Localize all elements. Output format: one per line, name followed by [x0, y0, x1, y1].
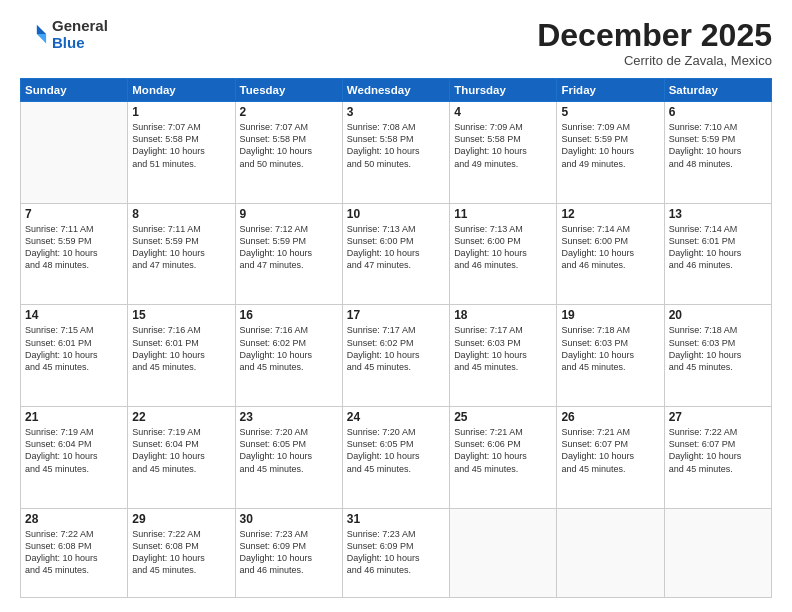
- table-row: [557, 508, 664, 597]
- day-number: 3: [347, 105, 445, 119]
- table-row: 12Sunrise: 7:14 AM Sunset: 6:00 PM Dayli…: [557, 203, 664, 305]
- cell-info: Sunrise: 7:13 AM Sunset: 6:00 PM Dayligh…: [347, 223, 445, 272]
- day-number: 22: [132, 410, 230, 424]
- day-number: 2: [240, 105, 338, 119]
- calendar-week-row: 28Sunrise: 7:22 AM Sunset: 6:08 PM Dayli…: [21, 508, 772, 597]
- cell-info: Sunrise: 7:18 AM Sunset: 6:03 PM Dayligh…: [669, 324, 767, 373]
- svg-marker-0: [37, 24, 46, 33]
- table-row: 18Sunrise: 7:17 AM Sunset: 6:03 PM Dayli…: [450, 305, 557, 407]
- day-number: 25: [454, 410, 552, 424]
- day-number: 17: [347, 308, 445, 322]
- table-row: 29Sunrise: 7:22 AM Sunset: 6:08 PM Dayli…: [128, 508, 235, 597]
- table-row: 26Sunrise: 7:21 AM Sunset: 6:07 PM Dayli…: [557, 407, 664, 509]
- table-row: 31Sunrise: 7:23 AM Sunset: 6:09 PM Dayli…: [342, 508, 449, 597]
- table-row: 30Sunrise: 7:23 AM Sunset: 6:09 PM Dayli…: [235, 508, 342, 597]
- table-row: 13Sunrise: 7:14 AM Sunset: 6:01 PM Dayli…: [664, 203, 771, 305]
- table-row: 4Sunrise: 7:09 AM Sunset: 5:58 PM Daylig…: [450, 102, 557, 204]
- calendar-week-row: 1Sunrise: 7:07 AM Sunset: 5:58 PM Daylig…: [21, 102, 772, 204]
- cell-info: Sunrise: 7:17 AM Sunset: 6:02 PM Dayligh…: [347, 324, 445, 373]
- cell-info: Sunrise: 7:11 AM Sunset: 5:59 PM Dayligh…: [132, 223, 230, 272]
- day-number: 23: [240, 410, 338, 424]
- table-row: [21, 102, 128, 204]
- cell-info: Sunrise: 7:22 AM Sunset: 6:07 PM Dayligh…: [669, 426, 767, 475]
- table-row: 22Sunrise: 7:19 AM Sunset: 6:04 PM Dayli…: [128, 407, 235, 509]
- cell-info: Sunrise: 7:23 AM Sunset: 6:09 PM Dayligh…: [240, 528, 338, 577]
- cell-info: Sunrise: 7:16 AM Sunset: 6:02 PM Dayligh…: [240, 324, 338, 373]
- weekday-header-row: Sunday Monday Tuesday Wednesday Thursday…: [21, 79, 772, 102]
- header-sunday: Sunday: [21, 79, 128, 102]
- day-number: 6: [669, 105, 767, 119]
- cell-info: Sunrise: 7:09 AM Sunset: 5:58 PM Dayligh…: [454, 121, 552, 170]
- day-number: 27: [669, 410, 767, 424]
- table-row: [664, 508, 771, 597]
- logo-icon: [20, 21, 48, 49]
- cell-info: Sunrise: 7:22 AM Sunset: 6:08 PM Dayligh…: [132, 528, 230, 577]
- table-row: [450, 508, 557, 597]
- day-number: 14: [25, 308, 123, 322]
- day-number: 7: [25, 207, 123, 221]
- header-monday: Monday: [128, 79, 235, 102]
- day-number: 30: [240, 512, 338, 526]
- day-number: 29: [132, 512, 230, 526]
- logo-general-text: General: [52, 18, 108, 35]
- table-row: 15Sunrise: 7:16 AM Sunset: 6:01 PM Dayli…: [128, 305, 235, 407]
- day-number: 20: [669, 308, 767, 322]
- table-row: 24Sunrise: 7:20 AM Sunset: 6:05 PM Dayli…: [342, 407, 449, 509]
- day-number: 13: [669, 207, 767, 221]
- month-title: December 2025: [537, 18, 772, 53]
- cell-info: Sunrise: 7:14 AM Sunset: 6:00 PM Dayligh…: [561, 223, 659, 272]
- cell-info: Sunrise: 7:18 AM Sunset: 6:03 PM Dayligh…: [561, 324, 659, 373]
- calendar: Sunday Monday Tuesday Wednesday Thursday…: [20, 78, 772, 598]
- day-number: 26: [561, 410, 659, 424]
- cell-info: Sunrise: 7:21 AM Sunset: 6:07 PM Dayligh…: [561, 426, 659, 475]
- table-row: 23Sunrise: 7:20 AM Sunset: 6:05 PM Dayli…: [235, 407, 342, 509]
- cell-info: Sunrise: 7:11 AM Sunset: 5:59 PM Dayligh…: [25, 223, 123, 272]
- day-number: 4: [454, 105, 552, 119]
- cell-info: Sunrise: 7:20 AM Sunset: 6:05 PM Dayligh…: [240, 426, 338, 475]
- table-row: 5Sunrise: 7:09 AM Sunset: 5:59 PM Daylig…: [557, 102, 664, 204]
- day-number: 8: [132, 207, 230, 221]
- logo: General Blue: [20, 18, 108, 51]
- table-row: 10Sunrise: 7:13 AM Sunset: 6:00 PM Dayli…: [342, 203, 449, 305]
- header-thursday: Thursday: [450, 79, 557, 102]
- calendar-week-row: 14Sunrise: 7:15 AM Sunset: 6:01 PM Dayli…: [21, 305, 772, 407]
- svg-marker-1: [37, 34, 46, 43]
- cell-info: Sunrise: 7:08 AM Sunset: 5:58 PM Dayligh…: [347, 121, 445, 170]
- cell-info: Sunrise: 7:12 AM Sunset: 5:59 PM Dayligh…: [240, 223, 338, 272]
- table-row: 7Sunrise: 7:11 AM Sunset: 5:59 PM Daylig…: [21, 203, 128, 305]
- table-row: 17Sunrise: 7:17 AM Sunset: 6:02 PM Dayli…: [342, 305, 449, 407]
- cell-info: Sunrise: 7:19 AM Sunset: 6:04 PM Dayligh…: [25, 426, 123, 475]
- header-tuesday: Tuesday: [235, 79, 342, 102]
- table-row: 9Sunrise: 7:12 AM Sunset: 5:59 PM Daylig…: [235, 203, 342, 305]
- table-row: 28Sunrise: 7:22 AM Sunset: 6:08 PM Dayli…: [21, 508, 128, 597]
- calendar-week-row: 7Sunrise: 7:11 AM Sunset: 5:59 PM Daylig…: [21, 203, 772, 305]
- day-number: 15: [132, 308, 230, 322]
- cell-info: Sunrise: 7:07 AM Sunset: 5:58 PM Dayligh…: [132, 121, 230, 170]
- cell-info: Sunrise: 7:19 AM Sunset: 6:04 PM Dayligh…: [132, 426, 230, 475]
- header-friday: Friday: [557, 79, 664, 102]
- header-wednesday: Wednesday: [342, 79, 449, 102]
- logo-blue-text: Blue: [52, 35, 108, 52]
- header-saturday: Saturday: [664, 79, 771, 102]
- table-row: 8Sunrise: 7:11 AM Sunset: 5:59 PM Daylig…: [128, 203, 235, 305]
- header: General Blue December 2025 Cerrito de Za…: [20, 18, 772, 68]
- table-row: 16Sunrise: 7:16 AM Sunset: 6:02 PM Dayli…: [235, 305, 342, 407]
- day-number: 11: [454, 207, 552, 221]
- cell-info: Sunrise: 7:22 AM Sunset: 6:08 PM Dayligh…: [25, 528, 123, 577]
- cell-info: Sunrise: 7:07 AM Sunset: 5:58 PM Dayligh…: [240, 121, 338, 170]
- day-number: 31: [347, 512, 445, 526]
- table-row: 2Sunrise: 7:07 AM Sunset: 5:58 PM Daylig…: [235, 102, 342, 204]
- cell-info: Sunrise: 7:15 AM Sunset: 6:01 PM Dayligh…: [25, 324, 123, 373]
- day-number: 9: [240, 207, 338, 221]
- table-row: 19Sunrise: 7:18 AM Sunset: 6:03 PM Dayli…: [557, 305, 664, 407]
- day-number: 5: [561, 105, 659, 119]
- table-row: 3Sunrise: 7:08 AM Sunset: 5:58 PM Daylig…: [342, 102, 449, 204]
- table-row: 21Sunrise: 7:19 AM Sunset: 6:04 PM Dayli…: [21, 407, 128, 509]
- day-number: 28: [25, 512, 123, 526]
- day-number: 12: [561, 207, 659, 221]
- day-number: 10: [347, 207, 445, 221]
- cell-info: Sunrise: 7:09 AM Sunset: 5:59 PM Dayligh…: [561, 121, 659, 170]
- day-number: 18: [454, 308, 552, 322]
- title-block: December 2025 Cerrito de Zavala, Mexico: [537, 18, 772, 68]
- page: General Blue December 2025 Cerrito de Za…: [0, 0, 792, 612]
